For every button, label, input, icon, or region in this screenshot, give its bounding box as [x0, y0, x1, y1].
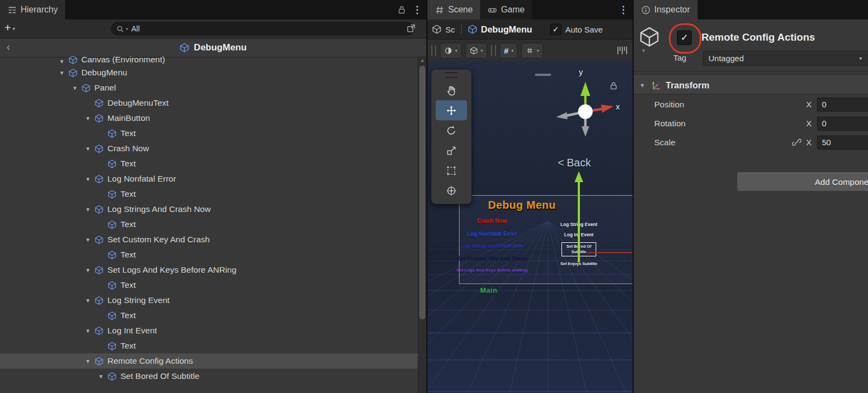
- grid-visibility-dropdown[interactable]: # ▾: [500, 43, 518, 59]
- breadcrumb[interactable]: DebugMenu: [0, 38, 426, 57]
- foldout-icon[interactable]: ▼: [84, 328, 92, 334]
- ui-canvas[interactable]: Debug Menu Crash NowLog Nonfatal ErrorLo…: [459, 195, 633, 284]
- debug-menu-button[interactable]: Log Strings And Crash Now: [462, 243, 523, 249]
- tree-row[interactable]: ▼ Crash Now: [0, 141, 418, 156]
- search-filter-caret-icon[interactable]: ▾: [126, 27, 128, 31]
- debug-menu-button[interactable]: Log Nonfatal Error: [467, 230, 518, 237]
- gameobject-icon[interactable]: [639, 26, 660, 48]
- tree-row[interactable]: Text: [0, 126, 418, 141]
- tree-row[interactable]: ▼ Log Nonfatal Error: [0, 171, 418, 186]
- gameobject-cube-icon: [94, 175, 104, 184]
- auto-save-checkbox[interactable]: ✓: [550, 24, 561, 35]
- kebab-menu-icon[interactable]: ⋮: [412, 5, 422, 15]
- tree-row[interactable]: Text: [0, 156, 418, 171]
- rect-tool-button[interactable]: [436, 160, 467, 181]
- hand-tool-button[interactable]: [436, 80, 467, 100]
- tree-row[interactable]: Text: [0, 186, 418, 202]
- foldout-icon[interactable]: ▼: [84, 115, 92, 121]
- foldout-icon[interactable]: ▼: [84, 237, 92, 243]
- tree-row-label: Log Int Event: [107, 326, 157, 336]
- scene-tabstrip: Scene Game ⋮: [427, 0, 633, 20]
- scene-viewport[interactable]: Debug Menu Crash NowLog Nonfatal ErrorLo…: [427, 61, 633, 393]
- debug-menu-button[interactable]: Set Custom Key And Crash: [457, 255, 527, 261]
- gameobject-cube-icon: [94, 266, 104, 275]
- tree-row[interactable]: ▼ Log Strings And Crash Now: [0, 202, 418, 217]
- gameobject-cube-icon: [107, 342, 117, 351]
- lock-icon[interactable]: [398, 5, 406, 14]
- tree-row[interactable]: ▼ Log Int Event: [0, 323, 418, 338]
- add-component-button[interactable]: Add Component: [737, 172, 868, 191]
- y-axis-move-gizmo[interactable]: [575, 171, 583, 263]
- add-gameobject-button[interactable]: + ▾: [4, 22, 15, 34]
- main-button-label[interactable]: Main: [480, 286, 497, 294]
- search-input[interactable]: [131, 24, 409, 33]
- tree-row[interactable]: DebugMenuText: [0, 95, 418, 111]
- toolbar-grip-handle[interactable]: [491, 45, 496, 56]
- toolbar-grip-handle[interactable]: [431, 45, 436, 56]
- foldout-icon[interactable]: ▼: [84, 146, 92, 152]
- transform-tool-button[interactable]: [436, 181, 467, 201]
- lock-icon[interactable]: [610, 81, 617, 90]
- tree-row[interactable]: Text: [0, 247, 418, 262]
- tree-row[interactable]: Text: [0, 308, 418, 323]
- foldout-icon[interactable]: ▼: [84, 176, 92, 182]
- plus-icon: +: [4, 22, 11, 34]
- breadcrumb-root-label[interactable]: Sc: [445, 25, 455, 34]
- hierarchy-search[interactable]: ▾: [111, 22, 414, 35]
- open-search-window-icon[interactable]: [406, 23, 416, 33]
- debug-menu-button[interactable]: Set Logs And Keys Before ANRing: [456, 268, 527, 273]
- tree-row[interactable]: ▼ Set Custom Key And Crash: [0, 232, 418, 247]
- palette-drag-handle[interactable]: [445, 72, 458, 78]
- draw-mode-dropdown[interactable]: ▾: [440, 43, 462, 59]
- foldout-icon[interactable]: ▼: [58, 70, 66, 76]
- back-button-scene-text[interactable]: < Back: [558, 157, 591, 169]
- tree-row[interactable]: ▼ Remote Config Actions: [0, 353, 418, 369]
- foldout-icon[interactable]: ▼: [84, 207, 92, 212]
- x-axis-gizmo-line[interactable]: [586, 252, 633, 253]
- scale-tool-button[interactable]: [436, 140, 467, 160]
- scroll-up-icon[interactable]: ▲: [418, 58, 426, 63]
- auto-save-toggle[interactable]: ✓ Auto Save: [550, 24, 603, 35]
- tag-dropdown[interactable]: Untagged ▾: [703, 51, 868, 66]
- gizmo-x-label[interactable]: x: [616, 102, 620, 111]
- chevron-down-icon: ▾: [455, 48, 457, 53]
- foldout-icon[interactable]: ▼: [58, 59, 66, 65]
- view-options-dropdown[interactable]: ▾: [465, 43, 487, 59]
- tab-hierarchy[interactable]: Hierarchy: [0, 0, 65, 20]
- tab-inspector[interactable]: Inspector: [634, 0, 698, 20]
- tree-row[interactable]: ▼ Set Logs And Keys Before ANRing: [0, 262, 418, 278]
- foldout-icon[interactable]: ▼: [639, 82, 646, 88]
- transform-component-header[interactable]: ▼ Transform: [634, 76, 868, 94]
- tree-row[interactable]: Text: [0, 217, 418, 232]
- axis-value-field[interactable]: 0: [817, 98, 868, 112]
- rotate-tool-button[interactable]: [436, 120, 467, 140]
- foldout-icon[interactable]: ▼: [97, 373, 105, 379]
- tree-row[interactable]: ▼ DebugMenu: [0, 65, 418, 80]
- hierarchy-scrollbar[interactable]: ▲: [418, 56, 426, 393]
- tab-scene[interactable]: Scene: [427, 0, 480, 20]
- gameobject-name[interactable]: Remote Config Actions: [701, 31, 815, 43]
- scrollbar-thumb[interactable]: [419, 66, 425, 319]
- axis-value-field[interactable]: 50: [817, 136, 868, 150]
- tab-game[interactable]: Game: [480, 0, 532, 20]
- snap-settings-dropdown[interactable]: ▾: [521, 43, 543, 59]
- axis-value-field[interactable]: 0: [817, 117, 868, 131]
- tree-row[interactable]: ▼ Log String Event: [0, 293, 418, 308]
- foldout-icon[interactable]: ▼: [71, 85, 79, 91]
- foldout-icon[interactable]: ▼: [84, 358, 92, 364]
- ruler-icon[interactable]: [617, 45, 629, 56]
- tree-row[interactable]: ▼ Canvas (Environment): [0, 56, 418, 65]
- tree-row[interactable]: Text: [0, 338, 418, 353]
- foldout-icon[interactable]: ▼: [84, 298, 92, 304]
- link-icon[interactable]: [792, 138, 801, 147]
- kebab-menu-icon[interactable]: ⋮: [618, 5, 628, 15]
- tool-palette: [431, 69, 472, 204]
- tree-row[interactable]: Text: [0, 278, 418, 293]
- debug-menu-button[interactable]: Crash Now: [477, 217, 507, 224]
- tree-row[interactable]: ▼ Panel: [0, 80, 418, 95]
- tree-row[interactable]: ▼ Set Bored Of Subtitle: [0, 369, 418, 384]
- foldout-icon[interactable]: ▼: [84, 267, 92, 273]
- move-tool-button[interactable]: [436, 100, 467, 120]
- tree-row[interactable]: ▼ MainButton: [0, 111, 418, 126]
- gizmo-y-label[interactable]: y: [579, 67, 583, 76]
